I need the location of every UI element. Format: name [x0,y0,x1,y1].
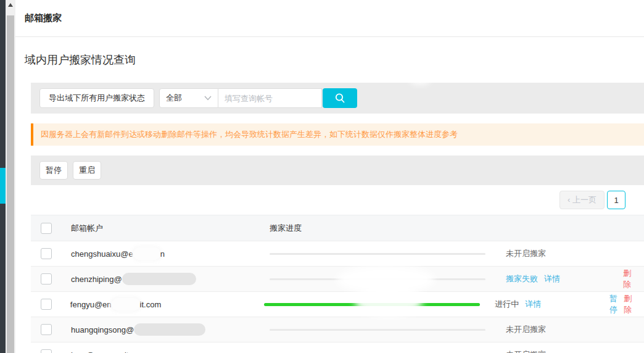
email-account: huangqingsong@ [71,325,134,334]
progress-bar [264,304,480,305]
progress-bar [270,329,485,331]
search-input[interactable] [218,88,322,108]
row-checkbox[interactable] [41,324,52,335]
main-content: 邮箱搬家 域内用户搬家情况查询 导出域下所有用户搬家状态 全部 因服务器上会有新… [15,0,644,353]
page-title: 邮箱搬家 [25,12,62,24]
row-checkbox[interactable] [41,299,52,310]
delete-link[interactable]: 删除 [624,293,632,315]
progress-bar [270,253,485,255]
bulk-actions-panel: 暂停 重启 [31,156,644,185]
detail-link[interactable]: 详情 [525,299,541,310]
table-row: chenzhiping@ 搬家失败 详情 删除 [31,267,644,292]
row-checkbox[interactable] [41,273,52,284]
row-checkbox[interactable] [41,349,52,353]
email-account: fengyu@en [70,300,112,309]
section-title: 域内用户搬家情况查询 [25,52,644,68]
table-header: 邮箱帐户 搬家进度 [31,215,644,241]
restart-button[interactable]: 重启 [73,161,101,180]
column-header-progress: 搬家进度 [270,223,506,234]
pagination: ‹ 上一页 1 [15,185,644,215]
email-account-suffix: n [160,249,165,259]
search-button[interactable] [323,88,357,108]
status-text: 搬家失败 [506,273,538,284]
migration-table: 邮箱帐户 搬家进度 chengshuaixu@e n 未开启搬家 chenzhi… [31,215,644,353]
status-text: 未开启搬家 [506,349,546,353]
page-1-button[interactable]: 1 [607,191,625,209]
table-row: fengyu@en it.com 进行中 详情 暂停 删除 [31,292,644,317]
redaction-blur [134,323,205,336]
email-account: hym@energywit.com [71,351,146,353]
email-account-suffix: it.com [140,300,162,309]
detail-link[interactable]: 详情 [544,273,560,284]
column-header-account: 邮箱帐户 [71,223,270,234]
email-account: chengshuaixu@e [71,249,133,259]
select-all-checkbox[interactable] [41,223,52,234]
filter-panel: 导出域下所有用户搬家状态 全部 [31,83,644,114]
delete-link[interactable]: 删除 [623,268,632,290]
redaction-blur [112,298,140,310]
warning-text: 因服务器上会有新邮件到达或移动删除邮件等操作，均会导致统计数据产生差异，如下统计… [41,129,458,140]
progress-bar-fill [264,303,480,306]
pause-link[interactable]: 暂停 [609,293,617,315]
table-row: hym@energywit.com 未开启搬家 [31,343,644,353]
page-header: 邮箱搬家 [15,0,644,37]
email-account: chenzhiping@ [71,275,122,284]
export-status-button[interactable]: 导出域下所有用户搬家状态 [39,88,154,108]
pause-button[interactable]: 暂停 [39,161,68,180]
sidebar-active-indicator [0,168,6,204]
status-text: 进行中 [495,299,519,310]
row-checkbox[interactable] [41,248,52,259]
chevron-down-icon [204,96,212,101]
redaction-blur [122,273,196,285]
progress-bar [270,278,485,280]
warning-notice: 因服务器上会有新邮件到达或移动删除邮件等操作，均会导致统计数据产生差异，如下统计… [31,123,644,146]
prev-page-button[interactable]: ‹ 上一页 [559,191,605,209]
status-text: 未开启搬家 [506,248,546,259]
table-row: huangqingsong@ 未开启搬家 [31,317,644,343]
status-text: 未开启搬家 [506,324,546,335]
scrollbar-thumb[interactable] [7,15,14,353]
status-filter-dropdown[interactable]: 全部 [159,88,218,108]
collapsed-sidebar [0,0,6,353]
search-icon [334,92,346,104]
table-row: chengshuaixu@e n 未开启搬家 [31,241,644,267]
scroll-up-button[interactable] [6,0,15,10]
vertical-scrollbar[interactable] [6,0,15,353]
dropdown-selected-value: 全部 [166,93,182,104]
redaction-blur [133,247,160,260]
triangle-up-icon [8,3,13,7]
